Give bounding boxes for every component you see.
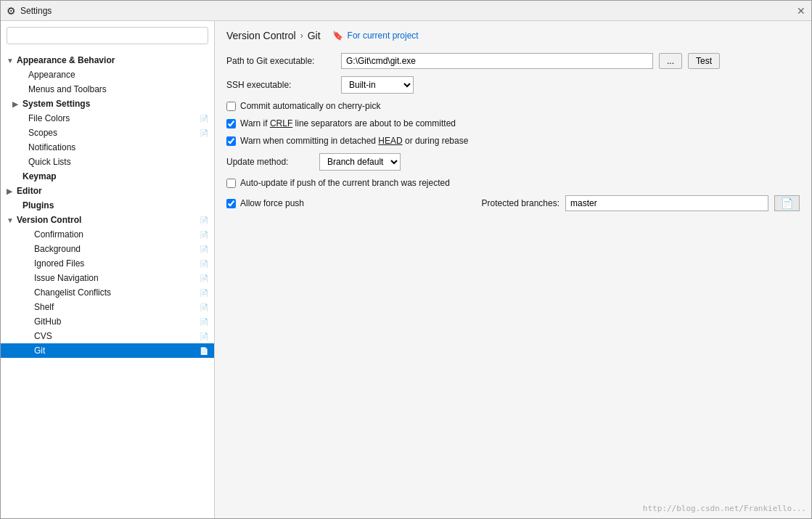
sidebar-item-label: Menus and Toolbars <box>28 84 208 94</box>
protected-branches-input[interactable] <box>565 195 768 211</box>
sidebar-item-scopes[interactable]: Scopes 📄 <box>1 126 214 140</box>
sidebar-item-appearance[interactable]: Appearance <box>1 68 214 82</box>
warn-detached-label: Warn when committing in detached HEAD or… <box>240 136 468 146</box>
sidebar-item-ignored-files[interactable]: Ignored Files 📄 <box>1 256 214 271</box>
ssh-executable-row: SSH executable: Built-in System <box>226 76 800 94</box>
for-current-project[interactable]: For current project <box>348 30 419 41</box>
commit-cherry-pick-checkbox[interactable] <box>226 102 236 111</box>
content-area: ▼ Appearance & Behavior Appearance Menus… <box>1 21 811 518</box>
warn-detached-checkbox[interactable] <box>226 136 236 146</box>
browse-button[interactable]: ... <box>659 53 682 69</box>
update-method-select[interactable]: Branch default Merge Rebase <box>319 153 401 171</box>
app-icon: ⚙ <box>7 5 16 17</box>
search-input[interactable] <box>7 27 208 44</box>
sidebar-item-github[interactable]: GitHub 📄 <box>1 314 214 329</box>
sidebar-item-version-control[interactable]: ▼ Version Control 📄 <box>1 213 214 227</box>
sidebar-item-label: Keymap <box>22 171 208 181</box>
expand-icon: ▶ <box>7 187 17 195</box>
page-icon: 📄 <box>200 303 208 311</box>
expand-icon: ▼ <box>7 216 17 224</box>
allow-force-row: Allow force push Protected branches: 📄 <box>226 195 800 211</box>
commit-cherry-pick-row: Commit automatically on cherry-pick <box>226 101 800 111</box>
test-button[interactable]: Test <box>688 53 720 69</box>
sidebar-item-issue-navigation[interactable]: Issue Navigation 📄 <box>1 271 214 285</box>
settings-window: ⚙ Settings ✕ ▼ Appearance & Behavior App… <box>0 0 812 519</box>
protected-branches-button[interactable]: 📄 <box>774 195 800 211</box>
sidebar-item-label: Version Control <box>17 215 200 225</box>
sidebar-item-confirmation[interactable]: Confirmation 📄 <box>1 227 214 242</box>
page-icon: 📄 <box>200 115 208 123</box>
update-method-row: Update method: Branch default Merge Reba… <box>226 153 800 171</box>
warn-crlf-checkbox[interactable] <box>226 119 236 128</box>
panel-header: Version Control › Git 🔖 For current proj… <box>215 21 811 47</box>
warn-crlf-label: Warn if CRLF line separators are about t… <box>240 118 456 128</box>
protected-branches-right: Protected branches: 📄 <box>482 195 800 211</box>
page-icon: 📄 <box>200 318 208 326</box>
sidebar-item-background[interactable]: Background 📄 <box>1 242 214 256</box>
sidebar-item-label: CVS <box>34 331 200 341</box>
title-bar: ⚙ Settings ✕ <box>1 1 811 21</box>
page-icon: 📄 <box>200 129 208 137</box>
sidebar-item-label: Ignored Files <box>34 258 200 269</box>
sidebar-item-cvs[interactable]: CVS 📄 <box>1 329 214 343</box>
git-executable-row: Path to Git executable: ... Test <box>226 53 800 69</box>
sidebar-item-changelist-conflicts[interactable]: Changelist Conflicts 📄 <box>1 285 214 300</box>
sidebar-item-notifications[interactable]: Notifications <box>1 140 214 155</box>
sidebar-item-label: Changelist Conflicts <box>34 287 200 298</box>
page-icon: 📄 <box>200 231 208 239</box>
sidebar-item-menus-toolbars[interactable]: Menus and Toolbars <box>1 82 214 97</box>
sidebar-item-plugins[interactable]: Plugins <box>1 198 214 213</box>
breadcrumb-arrow: › <box>300 30 303 41</box>
sidebar-item-label: Editor <box>17 186 208 196</box>
bookmark-icon: 🔖 <box>332 30 343 41</box>
sidebar-item-label: File Colors <box>28 113 200 123</box>
page-icon: 📄 <box>200 260 208 268</box>
sidebar-item-label: Confirmation <box>34 229 200 240</box>
sidebar-item-label: Appearance <box>28 70 208 80</box>
update-method-label: Update method: <box>226 157 313 167</box>
commit-cherry-pick-label: Commit automatically on cherry-pick <box>240 101 380 111</box>
sidebar-item-shelf[interactable]: Shelf 📄 <box>1 300 214 314</box>
page-icon: 📄 <box>200 289 208 297</box>
sidebar-item-file-colors[interactable]: File Colors 📄 <box>1 111 214 126</box>
allow-force-label: Allow force push <box>240 198 304 208</box>
sidebar: ▼ Appearance & Behavior Appearance Menus… <box>1 21 215 518</box>
sidebar-item-label: Background <box>34 244 200 254</box>
page-icon: 📄 <box>200 332 208 340</box>
ssh-executable-label: SSH executable: <box>226 80 335 90</box>
sidebar-item-label: Git <box>34 346 200 356</box>
sidebar-item-label: Quick Lists <box>28 157 208 167</box>
sidebar-item-label: System Settings <box>22 99 208 109</box>
sidebar-item-label: Notifications <box>28 142 208 152</box>
sidebar-item-quick-lists[interactable]: Quick Lists <box>1 155 214 169</box>
sidebar-item-label: Plugins <box>22 200 208 211</box>
main-panel: Version Control › Git 🔖 For current proj… <box>215 21 811 518</box>
expand-icon: ▶ <box>12 100 22 108</box>
git-executable-input[interactable] <box>341 53 653 69</box>
auto-update-label: Auto-update if push of the current branc… <box>240 178 450 188</box>
git-executable-label: Path to Git executable: <box>226 56 335 66</box>
sidebar-item-git[interactable]: Git 📄 <box>1 343 214 358</box>
panel-content: Path to Git executable: ... Test SSH exe… <box>215 47 811 518</box>
sidebar-item-label: Scopes <box>28 128 200 138</box>
ssh-executable-select[interactable]: Built-in System <box>341 76 414 94</box>
sidebar-item-label: Shelf <box>34 302 200 312</box>
sidebar-item-appearance-behavior[interactable]: ▼ Appearance & Behavior <box>1 53 214 68</box>
sidebar-item-label: Appearance & Behavior <box>17 55 208 65</box>
sidebar-item-label: Issue Navigation <box>34 273 200 283</box>
sidebar-item-system-settings[interactable]: ▶ System Settings <box>1 97 214 111</box>
sidebar-item-label: GitHub <box>34 316 200 327</box>
window-title: Settings <box>20 6 52 16</box>
sidebar-item-editor[interactable]: ▶ Editor <box>1 184 214 198</box>
close-button[interactable]: ✕ <box>797 5 805 17</box>
allow-force-checkbox[interactable] <box>226 199 236 208</box>
auto-update-checkbox[interactable] <box>226 179 236 188</box>
page-icon: 📄 <box>200 245 208 253</box>
auto-update-row: Auto-update if push of the current branc… <box>226 178 800 188</box>
expand-icon: ▼ <box>7 57 17 65</box>
breadcrumb-part1: Version Control <box>226 30 296 41</box>
warn-crlf-row: Warn if CRLF line separators are about t… <box>226 118 800 128</box>
sidebar-item-keymap[interactable]: Keymap <box>1 169 214 184</box>
allow-force-left: Allow force push <box>226 198 304 208</box>
breadcrumb-part2: Git <box>308 30 321 41</box>
